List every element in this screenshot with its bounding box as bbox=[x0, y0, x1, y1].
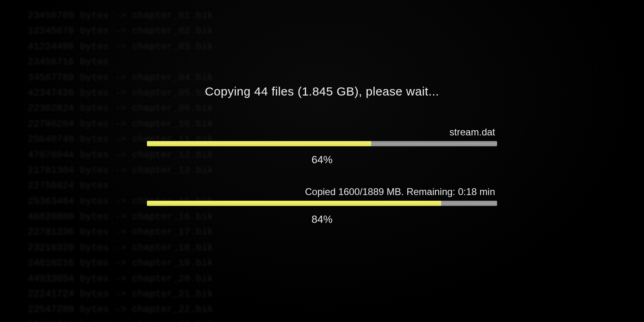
file-progress-fill bbox=[147, 141, 371, 146]
file-progress-bar bbox=[147, 141, 497, 146]
file-progress-section: stream.dat 64% bbox=[147, 127, 497, 166]
dialog-title: Copying 44 files (1.845 GB), please wait… bbox=[205, 85, 439, 98]
total-progress-percent: 84% bbox=[147, 213, 497, 226]
total-progress-section: Copied 1600/1889 MB. Remaining: 0:18 min… bbox=[147, 186, 497, 226]
file-progress-percent: 64% bbox=[147, 154, 497, 166]
total-progress-label: Copied 1600/1889 MB. Remaining: 0:18 min bbox=[147, 186, 497, 197]
current-file-label: stream.dat bbox=[147, 127, 497, 138]
total-progress-bar bbox=[147, 201, 497, 206]
total-progress-fill bbox=[147, 201, 441, 206]
copy-progress-dialog: Copying 44 files (1.845 GB), please wait… bbox=[147, 85, 497, 246]
